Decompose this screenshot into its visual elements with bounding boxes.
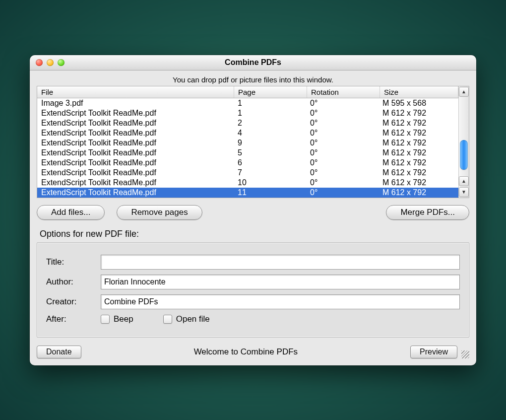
beep-checkbox[interactable] (101, 315, 110, 324)
cell-file: ExtendScript Toolkit ReadMe.pdf (37, 128, 234, 138)
scroll-up-icon-2[interactable]: ▲ (459, 176, 469, 186)
col-header-size[interactable]: Size (380, 86, 458, 98)
title-label: Title: (46, 257, 101, 267)
cell-file: Image 3.pdf (37, 98, 234, 108)
scroll-up-icon[interactable]: ▲ (459, 87, 469, 97)
cell-page: 6 (234, 158, 306, 168)
cell-rotation: 0° (306, 148, 379, 158)
cell-rotation: 0° (306, 178, 379, 188)
status-text: Welcome to Combine PDFs (81, 347, 411, 357)
cell-rotation: 0° (306, 168, 379, 178)
cell-page: 7 (234, 168, 306, 178)
window-title: Combine PDFs (30, 58, 476, 67)
preview-button[interactable]: Preview (410, 346, 457, 358)
cell-page: 1 (234, 98, 306, 108)
cell-size: M 612 x 792 (379, 158, 458, 168)
cell-page: 11 (234, 188, 306, 198)
app-window: Combine PDFs You can drop pdf or picture… (30, 55, 476, 365)
cell-file: ExtendScript Toolkit ReadMe.pdf (37, 168, 234, 178)
table-row[interactable]: ExtendScript Toolkit ReadMe.pdf40°M 612 … (37, 128, 458, 138)
col-header-page[interactable]: Page (234, 86, 307, 98)
options-group: Title: Author: Creator: After: Beep (37, 242, 469, 338)
cell-size: M 595 x 568 (379, 98, 458, 108)
scroll-thumb[interactable] (460, 140, 468, 170)
cell-page: 9 (234, 138, 306, 148)
add-files-button[interactable]: Add files... (37, 205, 105, 220)
table-row[interactable]: ExtendScript Toolkit ReadMe.pdf50°M 612 … (37, 148, 458, 158)
col-header-file[interactable]: File (37, 86, 234, 98)
cell-rotation: 0° (306, 118, 379, 128)
cell-page: 1 (234, 108, 306, 118)
cell-file: ExtendScript Toolkit ReadMe.pdf (37, 138, 234, 148)
options-heading: Options for new PDF file: (40, 229, 469, 239)
cell-size: M 612 x 792 (379, 178, 458, 188)
file-table: File Page Rotation Size Image 3.pdf10°M … (37, 86, 469, 198)
donate-button[interactable]: Donate (37, 346, 81, 358)
merge-pdfs-button[interactable]: Merge PDFs... (386, 205, 469, 220)
cell-size: M 612 x 792 (379, 108, 458, 118)
cell-rotation: 0° (306, 158, 379, 168)
cell-file: ExtendScript Toolkit ReadMe.pdf (37, 158, 234, 168)
table-row[interactable]: Image 3.pdf10°M 595 x 568 (37, 98, 458, 108)
title-input[interactable] (101, 255, 460, 270)
cell-size: M 612 x 792 (379, 148, 458, 158)
creator-label: Creator: (46, 297, 101, 307)
scroll-down-icon[interactable]: ▼ (459, 187, 469, 197)
cell-rotation: 0° (306, 108, 379, 118)
table-row[interactable]: ExtendScript Toolkit ReadMe.pdf90°M 612 … (37, 138, 458, 148)
table-row[interactable]: ExtendScript Toolkit ReadMe.pdf110°M 612… (37, 188, 458, 198)
cell-file: ExtendScript Toolkit ReadMe.pdf (37, 118, 234, 128)
cell-file: ExtendScript Toolkit ReadMe.pdf (37, 178, 234, 188)
cell-file: ExtendScript Toolkit ReadMe.pdf (37, 188, 234, 198)
author-input[interactable] (101, 275, 460, 289)
table-row[interactable]: ExtendScript Toolkit ReadMe.pdf10°M 612 … (37, 108, 458, 118)
cell-size: M 612 x 792 (379, 118, 458, 128)
cell-page: 2 (234, 118, 306, 128)
titlebar[interactable]: Combine PDFs (30, 55, 476, 70)
cell-rotation: 0° (306, 188, 379, 198)
open-file-checkbox[interactable] (163, 315, 172, 324)
author-label: Author: (46, 277, 101, 287)
scroll-track[interactable] (459, 97, 469, 176)
table-row[interactable]: ExtendScript Toolkit ReadMe.pdf60°M 612 … (37, 158, 458, 168)
table-row[interactable]: ExtendScript Toolkit ReadMe.pdf100°M 612… (37, 178, 458, 188)
scrollbar[interactable]: ▲ ▲ ▼ (458, 86, 469, 198)
cell-file: ExtendScript Toolkit ReadMe.pdf (37, 148, 234, 158)
col-header-rotation[interactable]: Rotation (307, 86, 380, 98)
cell-size: M 612 x 792 (379, 138, 458, 148)
beep-label: Beep (114, 314, 133, 324)
cell-page: 10 (234, 178, 306, 188)
drop-hint: You can drop pdf or picture files into t… (37, 75, 469, 84)
resize-handle-icon[interactable] (461, 350, 469, 358)
cell-page: 4 (234, 128, 306, 138)
cell-size: M 612 x 792 (379, 168, 458, 178)
open-file-label: Open file (176, 314, 210, 324)
table-row[interactable]: ExtendScript Toolkit ReadMe.pdf20°M 612 … (37, 118, 458, 128)
after-label: After: (46, 314, 101, 324)
cell-rotation: 0° (306, 98, 379, 108)
cell-size: M 612 x 792 (379, 128, 458, 138)
cell-file: ExtendScript Toolkit ReadMe.pdf (37, 108, 234, 118)
cell-rotation: 0° (306, 138, 379, 148)
remove-pages-button[interactable]: Remove pages (117, 205, 202, 220)
cell-rotation: 0° (306, 128, 379, 138)
cell-page: 5 (234, 148, 306, 158)
cell-size: M 612 x 792 (379, 188, 458, 198)
table-row[interactable]: ExtendScript Toolkit ReadMe.pdf70°M 612 … (37, 168, 458, 178)
creator-input[interactable] (101, 294, 460, 309)
